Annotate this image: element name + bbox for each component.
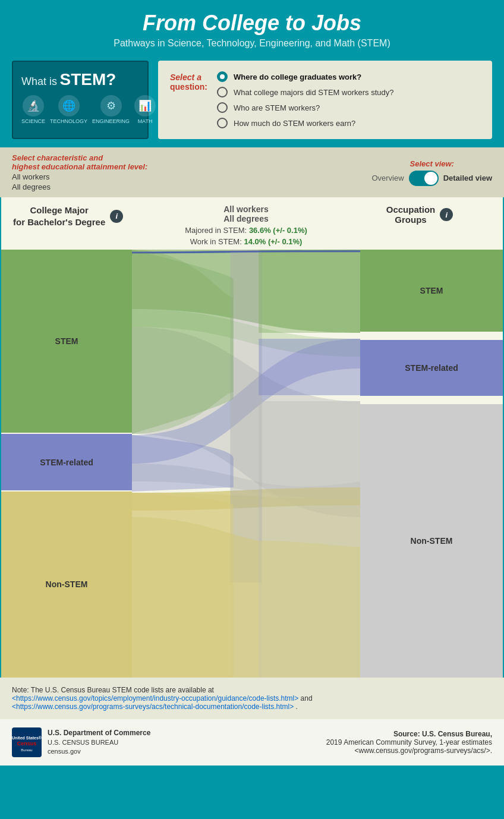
center-col-header: All workers All degrees Majored in STEM:… (144, 204, 348, 246)
technology-icon-item: 🌐 TECHNOLOGY (50, 95, 87, 124)
note-end: . (296, 703, 298, 711)
characteristic-value1: All workers (12, 172, 360, 181)
math-icon: 📊 (134, 95, 156, 116)
chart-header: College Majorfor Bachelor's Degree i All… (1, 197, 503, 250)
right-gap-2 (360, 397, 503, 403)
science-icon: 🔬 (23, 95, 44, 116)
svg-text:Bureau: Bureau (21, 748, 32, 752)
page-header: From College to Jobs Pathways in Science… (0, 0, 504, 55)
svg-text:United States®: United States® (12, 736, 42, 740)
right-col-header: OccupationGroups i (348, 204, 491, 225)
question-4-text: How much do STEM workers earn? (234, 119, 355, 128)
stem-info-box: What is STEM? 🔬 SCIENCE 🌐 TECHNOLOGY ⚙ E… (12, 61, 149, 139)
note-section: Note: The U.S. Census Bureau STEM code l… (0, 678, 504, 719)
page-subtitle: Pathways in Science, Technology, Enginee… (12, 38, 492, 49)
left-info-icon[interactable]: i (110, 210, 123, 223)
radio-2[interactable] (217, 87, 228, 97)
left-col-header: College Majorfor Bachelor's Degree i (13, 204, 144, 228)
chart-section: College Majorfor Bachelor's Degree i All… (1, 197, 503, 678)
question-3-text: Who are STEM workers? (234, 103, 320, 112)
left-block-stem: STEM (1, 250, 132, 433)
note-link-2[interactable]: <https://www.census.gov/programs-surveys… (12, 703, 294, 711)
left-block-stem-related: STEM-related (1, 434, 132, 490)
right-block-non-stem: Non-STEM (360, 404, 503, 678)
characteristic-value2: All degrees (12, 182, 360, 191)
left-col-title: College Majorfor Bachelor's Degree (13, 204, 105, 228)
svg-text:Census: Census (17, 741, 37, 746)
page-title: From College to Jobs (12, 11, 492, 36)
left-block-non-stem: Non-STEM (1, 492, 132, 678)
right-col-blocks: STEM STEM-related Non-STEM (360, 250, 503, 678)
right-gap-1 (360, 333, 503, 339)
select-view-label: Select view: (410, 159, 454, 168)
note-text: Note: The U.S. Census Bureau STEM code l… (12, 686, 214, 694)
census-logo: United States® Census Bureau U.S. Depart… (12, 727, 150, 757)
right-block-stem: STEM (360, 250, 503, 332)
technology-icon: 🌐 (58, 95, 80, 116)
questions-row: Select a question: Where do college grad… (170, 71, 480, 128)
census-text: U.S. Department of Commerce U.S. CENSUS … (48, 728, 150, 757)
controls-section: Select characteristic and highest educat… (0, 147, 504, 197)
question-1-text: Where do college graduates work? (234, 73, 361, 81)
select-question-label: Select a question: (170, 71, 207, 92)
question-1[interactable]: Where do college graduates work? (217, 71, 393, 82)
radio-4[interactable] (217, 118, 228, 128)
radio-1[interactable] (217, 71, 228, 82)
question-3[interactable]: Who are STEM workers? (217, 102, 393, 113)
sankey-area: STEM STEM-related Non-STEM (1, 250, 503, 678)
view-toggle[interactable] (409, 171, 439, 186)
center-title2: All degrees (150, 214, 342, 223)
majored-stat: Majored in STEM: 36.6% (+/- 0.1%) (150, 226, 342, 235)
overview-label: Overview (371, 174, 404, 182)
characteristic-header: Select characteristic and highest educat… (12, 153, 360, 171)
sankey-flows (132, 250, 360, 678)
what-is-label: What is STEM? (21, 70, 139, 89)
questions-list: Where do college graduates work? What co… (217, 71, 393, 128)
note-and: and (301, 694, 313, 703)
engineering-icon-item: ⚙ ENGINEERING (92, 95, 130, 124)
right-col-title: OccupationGroups (386, 204, 436, 225)
detailed-view-label: Detailed view (443, 174, 492, 182)
question-2-text: What college majors did STEM workers stu… (234, 88, 393, 97)
characteristic-box: Select characteristic and highest educat… (12, 153, 360, 191)
questions-box: Select a question: Where do college grad… (158, 61, 492, 139)
question-4[interactable]: How much do STEM workers earn? (217, 118, 393, 128)
math-icon-item: 📊 MATH (134, 95, 156, 124)
footer: United States® Census Bureau U.S. Depart… (0, 719, 504, 766)
stem-icons: 🔬 SCIENCE 🌐 TECHNOLOGY ⚙ ENGINEERING 📊 M… (21, 95, 139, 124)
right-block-stem-related: STEM-related (360, 340, 503, 396)
radio-3[interactable] (217, 102, 228, 113)
census-logo-icon: United States® Census Bureau (12, 727, 42, 757)
center-title1: All workers (150, 204, 342, 214)
top-section: What is STEM? 🔬 SCIENCE 🌐 TECHNOLOGY ⚙ E… (0, 55, 504, 147)
engineering-icon: ⚙ (100, 95, 122, 116)
work-stat: Work in STEM: 14.0% (+/- 0.1%) (150, 237, 342, 246)
toggle-row: Overview Detailed view (371, 171, 492, 186)
note-link-1[interactable]: <https://www.census.gov/topics/employmen… (12, 694, 298, 703)
right-info-icon[interactable]: i (440, 208, 453, 221)
question-2[interactable]: What college majors did STEM workers stu… (217, 87, 393, 97)
view-box: Select view: Overview Detailed view (371, 159, 492, 186)
left-col-blocks: STEM STEM-related Non-STEM (1, 250, 132, 678)
science-icon-item: 🔬 SCIENCE (21, 95, 45, 124)
source-text: Source: U.S. Census Bureau, 2019 America… (326, 730, 492, 755)
svg-rect-1 (230, 250, 262, 582)
